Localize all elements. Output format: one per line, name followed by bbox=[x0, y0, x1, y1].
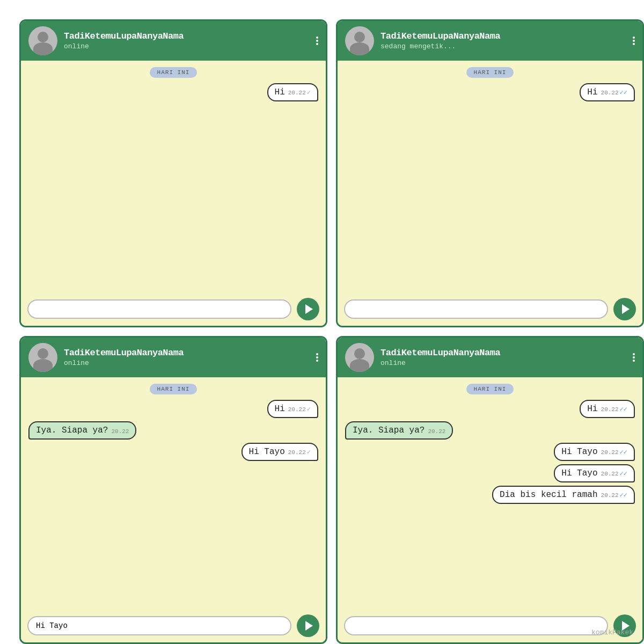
message-time: 20.22 bbox=[601, 449, 619, 456]
dot bbox=[316, 36, 318, 39]
tick-icon: ✓ bbox=[307, 405, 311, 413]
date-badge: HARI INI bbox=[150, 384, 197, 394]
double-tick-icon: ✓✓ bbox=[620, 470, 627, 478]
chat-header: TadiKetemuLupaNanyaNama online bbox=[338, 338, 642, 377]
message-row: Hi 20.22 ✓✓ bbox=[345, 83, 635, 101]
message-time: 20.22 bbox=[428, 428, 445, 435]
message-bubble: Hi 20.22 ✓ bbox=[267, 400, 318, 418]
dot bbox=[633, 40, 635, 42]
send-icon bbox=[305, 304, 313, 314]
message-meta: 20.22 ✓ bbox=[288, 448, 311, 456]
message-meta: 20.22 ✓✓ bbox=[601, 89, 627, 97]
message-meta: 20.22 ✓✓ bbox=[601, 405, 627, 413]
chat-header: TadiKetemuLupaNanyaNama sedang mengetik.… bbox=[338, 21, 642, 61]
message-row: Hi 20.22 ✓✓ bbox=[345, 400, 635, 418]
contact-status: sedang mengetik... bbox=[380, 42, 626, 50]
dot bbox=[316, 356, 318, 358]
message-input[interactable] bbox=[344, 616, 608, 635]
send-button[interactable] bbox=[297, 614, 319, 637]
chat-panel: TadiKetemuLupaNanyaNama online HARI INI … bbox=[19, 19, 327, 327]
more-options-button[interactable] bbox=[633, 353, 635, 362]
contact-name: TadiKetemuLupaNanyaNama bbox=[380, 31, 626, 41]
contact-name: TadiKetemuLupaNanyaNama bbox=[64, 31, 310, 41]
message-time: 20.22 bbox=[601, 406, 619, 413]
message-text: Hi Tayo bbox=[249, 447, 285, 457]
send-icon bbox=[622, 304, 630, 314]
message-bubble: Hi 20.22 ✓✓ bbox=[580, 400, 635, 418]
message-time: 20.22 bbox=[111, 428, 129, 435]
date-badge: HARI INI bbox=[466, 384, 514, 394]
message-row: Hi Tayo 20.22 ✓✓ bbox=[345, 443, 635, 461]
message-text: Iya. Siapa ya? bbox=[353, 426, 425, 435]
dot bbox=[316, 353, 318, 355]
send-icon bbox=[305, 621, 313, 631]
message-input[interactable] bbox=[344, 299, 608, 319]
header-info: TadiKetemuLupaNanyaNama sedang mengetik.… bbox=[380, 31, 626, 50]
double-tick-icon: ✓✓ bbox=[620, 448, 627, 456]
tick-icon: ✓ bbox=[307, 89, 311, 97]
chat-panel: TadiKetemuLupaNanyaNama sedang mengetik.… bbox=[336, 19, 644, 327]
chat-input-row bbox=[338, 292, 642, 326]
message-input[interactable] bbox=[27, 616, 291, 635]
contact-name: TadiKetemuLupaNanyaNama bbox=[380, 348, 626, 358]
message-time: 20.22 bbox=[601, 90, 619, 96]
more-options-button[interactable] bbox=[316, 36, 318, 45]
message-text: Hi bbox=[587, 87, 597, 97]
chat-body: HARI INI Hi 20.22 ✓ Iya. Siapa ya? 20.22 bbox=[21, 377, 326, 609]
date-badge: HARI INI bbox=[150, 67, 197, 78]
tick-icon: ✓ bbox=[307, 448, 311, 456]
message-input[interactable] bbox=[27, 299, 291, 319]
message-text: Dia bis kecil ramah bbox=[500, 490, 597, 500]
avatar bbox=[345, 26, 374, 55]
dot bbox=[633, 36, 635, 39]
header-info: TadiKetemuLupaNanyaNama online bbox=[64, 31, 310, 50]
message-row: Hi Tayo 20.22 ✓ bbox=[28, 443, 318, 461]
message-row: Hi 20.22 ✓ bbox=[28, 400, 318, 418]
send-button[interactable] bbox=[613, 298, 636, 320]
contact-status: online bbox=[64, 42, 310, 50]
message-time: 20.22 bbox=[288, 90, 306, 96]
contact-name: TadiKetemuLupaNanyaNama bbox=[64, 348, 310, 358]
chat-body: HARI INI Hi 20.22 ✓✓ Iya. Siapa ya? 20.2… bbox=[338, 377, 642, 609]
message-meta: 20.22 ✓ bbox=[288, 89, 311, 97]
double-tick-icon: ✓✓ bbox=[620, 405, 627, 413]
chat-body: HARI INI Hi 20.22 ✓ bbox=[21, 61, 326, 292]
dot bbox=[316, 360, 318, 362]
message-row: Iya. Siapa ya? 20.22 bbox=[28, 421, 318, 440]
dot bbox=[633, 360, 635, 362]
chat-panel: TadiKetemuLupaNanyaNama online HARI INI … bbox=[336, 336, 644, 644]
message-bubble: Hi 20.22 ✓✓ bbox=[580, 83, 635, 101]
message-meta: 20.22 ✓ bbox=[288, 405, 311, 413]
chat-header: TadiKetemuLupaNanyaNama online bbox=[21, 21, 326, 61]
chat-input-row bbox=[338, 609, 642, 642]
message-row: Dia bis kecil ramah 20.22 ✓✓ bbox=[345, 486, 635, 504]
date-badge: HARI INI bbox=[466, 67, 514, 78]
more-options-button[interactable] bbox=[316, 353, 318, 362]
message-bubble: Hi Tayo 20.22 ✓✓ bbox=[554, 443, 635, 461]
avatar bbox=[28, 26, 57, 55]
message-text: Hi Tayo bbox=[561, 469, 597, 478]
message-text: Iya. Siapa ya? bbox=[36, 426, 108, 435]
dot bbox=[633, 356, 635, 358]
avatar bbox=[28, 343, 57, 372]
message-text: Hi bbox=[275, 87, 285, 97]
dot bbox=[633, 353, 635, 355]
message-bubble: Hi 20.22 ✓ bbox=[267, 83, 318, 101]
double-tick-icon: ✓✓ bbox=[620, 89, 627, 97]
chat-panel: TadiKetemuLupaNanyaNama online HARI INI … bbox=[19, 336, 327, 644]
message-meta: 20.22 ✓✓ bbox=[601, 448, 627, 456]
message-text: Hi bbox=[587, 404, 597, 414]
message-bubble: Hi Tayo 20.22 ✓✓ bbox=[554, 464, 635, 482]
send-button[interactable] bbox=[297, 298, 319, 320]
more-options-button[interactable] bbox=[633, 36, 635, 45]
message-text: Hi Tayo bbox=[561, 447, 597, 457]
dot bbox=[633, 43, 635, 45]
dot bbox=[316, 43, 318, 45]
message-time: 20.22 bbox=[601, 492, 619, 499]
chat-input-row bbox=[21, 609, 326, 642]
message-row: Iya. Siapa ya? 20.22 bbox=[345, 421, 635, 440]
message-time: 20.22 bbox=[601, 471, 619, 477]
chat-body: HARI INI Hi 20.22 ✓✓ bbox=[338, 61, 642, 292]
chat-input-row bbox=[21, 292, 326, 326]
double-tick-icon: ✓✓ bbox=[620, 491, 627, 499]
